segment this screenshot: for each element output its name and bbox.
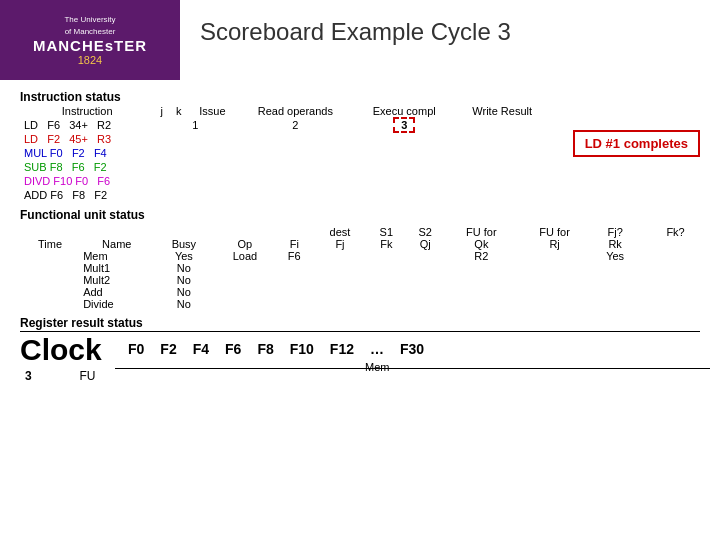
col-instruction: Instruction <box>20 104 154 118</box>
empty-cells <box>275 274 700 286</box>
col-time-h2: Time <box>20 238 80 250</box>
exec-cell <box>354 146 454 160</box>
fu-table-header-row1: dest S1 S2 FU for FU for Fj? Fk? <box>20 226 700 238</box>
k-cell <box>169 174 188 188</box>
exec-cell <box>354 174 454 188</box>
col-busy-h2: Busy <box>153 238 214 250</box>
reg-f8: F8 <box>249 341 281 357</box>
instr-cell: LD F2 45+ R3 <box>20 132 154 146</box>
issue-cell <box>188 146 236 160</box>
reg-status-label: Register result status <box>20 316 710 330</box>
table-row: ADD F6 F8 F2 <box>20 188 550 202</box>
op-cell <box>214 298 275 310</box>
col-op-h2: Op <box>214 238 275 250</box>
read-cell <box>237 160 355 174</box>
col-extra <box>639 238 651 250</box>
k-cell <box>169 132 188 146</box>
k-cell <box>169 188 188 202</box>
fu-table-header-row2: Time Name Busy Op Fi Fj Fk Qj Qk Rj Rk <box>20 238 700 250</box>
col-s1-h: S1 <box>367 226 406 238</box>
exec-cell <box>354 132 454 146</box>
j-cell <box>154 188 169 202</box>
col-fj-h2: Fj <box>313 238 367 250</box>
col-j: j <box>154 104 169 118</box>
read-cell <box>237 174 355 188</box>
reg-f0: F0 <box>120 341 152 357</box>
name-cell: Mem <box>80 250 153 262</box>
clock-label: Clock <box>20 333 120 366</box>
extra-cell <box>639 250 651 262</box>
exec-cell: 3 <box>354 118 454 132</box>
instr-cell: SUB F8 F6 F2 <box>20 160 154 174</box>
read-cell: 2 <box>237 118 355 132</box>
table-row: Mult2 No <box>20 274 700 286</box>
instr-cell: ADD F6 F8 F2 <box>20 188 154 202</box>
time-cell <box>20 262 80 274</box>
mem-label-bar: Mem <box>365 361 389 373</box>
table-row: Add No <box>20 286 700 298</box>
reg-f12: F12 <box>322 341 362 357</box>
col-k: k <box>169 104 188 118</box>
col-busy-h <box>153 226 214 238</box>
col-issue: Issue <box>188 104 236 118</box>
read-cell <box>237 146 355 160</box>
qk-cell: R2 <box>445 250 518 262</box>
col-fj-h: Fj? <box>591 226 639 238</box>
table-row: MUL F0 F2 F4 <box>20 146 550 160</box>
col-s2-h: S2 <box>406 226 445 238</box>
qj-cell <box>406 250 445 262</box>
table-row: Mult1 No <box>20 262 700 274</box>
j-cell <box>154 118 169 132</box>
highlighted-exec: 3 <box>393 117 415 133</box>
col-dest-h: dest <box>313 226 367 238</box>
time-cell <box>20 250 80 262</box>
rj-cell <box>518 250 591 262</box>
extra2-cell <box>651 250 700 262</box>
table-row: SUB F8 F6 F2 <box>20 160 550 174</box>
busy-cell: No <box>153 274 214 286</box>
col-fk-h: Fk? <box>651 226 700 238</box>
register-bar: F0 F2 F4 F6 F8 F10 F12 … F30 <box>120 333 710 357</box>
logo-container: The Universityof Manchester MANCHEsTER 1… <box>0 0 180 80</box>
write-cell <box>454 188 550 202</box>
busy-cell: No <box>153 262 214 274</box>
col-fk-h2: Fk <box>367 238 406 250</box>
write-cell <box>454 118 550 132</box>
k-cell <box>169 160 188 174</box>
fu-status-table: dest S1 S2 FU for FU for Fj? Fk? Time Na… <box>20 226 700 310</box>
col-fuforqk-h: FU for <box>518 226 591 238</box>
table-row: Mem Yes Load F6 R2 Yes <box>20 250 700 262</box>
col-extra2 <box>651 238 700 250</box>
col-empty-h <box>639 226 651 238</box>
j-cell <box>154 146 169 160</box>
instruction-status-table: Instruction j k Issue Read operands Exec… <box>20 104 550 202</box>
table-row: LD F2 45+ R3 <box>20 132 550 146</box>
col-fi-h <box>275 226 313 238</box>
main-content: Instruction status Instruction j k Issue… <box>20 90 710 384</box>
col-rj-h2: Rj <box>518 238 591 250</box>
fk-cell <box>367 250 406 262</box>
op-cell: Load <box>214 250 275 262</box>
reg-f10: F10 <box>282 341 322 357</box>
col-fuforqj-h: FU for <box>445 226 518 238</box>
write-cell <box>454 174 550 188</box>
op-cell <box>214 286 275 298</box>
issue-cell: 1 <box>188 118 236 132</box>
table-row: LD F6 34+ R2 1 2 3 <box>20 118 550 132</box>
k-cell <box>169 118 188 132</box>
exec-cell <box>354 188 454 202</box>
instr-cell: MUL F0 F2 F4 <box>20 146 154 160</box>
name-cell: Mult1 <box>80 262 153 274</box>
issue-cell <box>188 132 236 146</box>
instr-cell: DIVD F10 F0 F6 <box>20 174 154 188</box>
instr-table-header: Instruction j k Issue Read operands Exec… <box>20 104 550 118</box>
write-cell <box>454 160 550 174</box>
read-cell <box>237 132 355 146</box>
name-cell: Add <box>80 286 153 298</box>
clock-block: Clock <box>20 333 120 366</box>
busy-cell: Yes <box>153 250 214 262</box>
empty-cells <box>275 286 700 298</box>
instruction-status-label: Instruction status <box>20 90 710 104</box>
reg-f2: F2 <box>152 341 184 357</box>
col-write: Write Result <box>454 104 550 118</box>
